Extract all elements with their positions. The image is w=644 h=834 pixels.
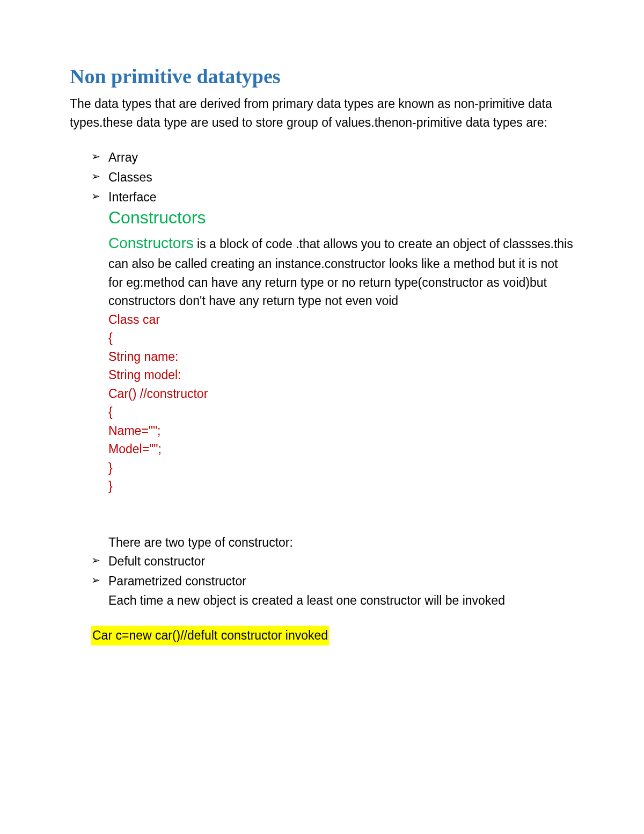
intro-paragraph: The data types that are derived from pri…: [70, 95, 574, 132]
code-line: {: [108, 329, 574, 347]
code-line: Name="";: [108, 422, 574, 440]
list-item: Array: [91, 148, 574, 168]
code-line: }: [108, 477, 574, 496]
list-item: Interface: [91, 187, 574, 207]
code-line: }: [108, 459, 574, 477]
bullet-list-datatypes: Array Classes Interface: [70, 148, 574, 207]
types-intro: There are two type of constructor:: [108, 533, 574, 552]
constructors-description: Constructors is a block of code .that al…: [108, 232, 574, 310]
list-item: Defult constructor: [91, 552, 574, 571]
code-line: String name:: [108, 347, 574, 366]
list-item: Classes: [91, 168, 574, 187]
page-title: Non primitive datatypes: [70, 64, 574, 88]
code-line: Model="";: [108, 440, 574, 459]
code-line: Class car: [108, 310, 574, 329]
invoked-text: Each time a new object is created a leas…: [70, 591, 574, 610]
code-line: String model:: [108, 366, 574, 385]
constructors-inline-label: Constructors: [108, 235, 194, 251]
list-item: Parametrized constructor: [91, 571, 574, 591]
highlighted-code: Car c=new car()//defult constructor invo…: [91, 626, 329, 646]
constructors-heading: Constructors: [108, 208, 574, 228]
constructors-section: Constructors Constructors is a block of …: [70, 208, 574, 552]
code-block: Class car { String name: String model: C…: [108, 310, 574, 496]
code-line: {: [108, 403, 574, 422]
code-line: Car() //constructor: [108, 385, 574, 403]
bullet-list-constructor-types: Defult constructor Parametrized construc…: [70, 552, 574, 591]
